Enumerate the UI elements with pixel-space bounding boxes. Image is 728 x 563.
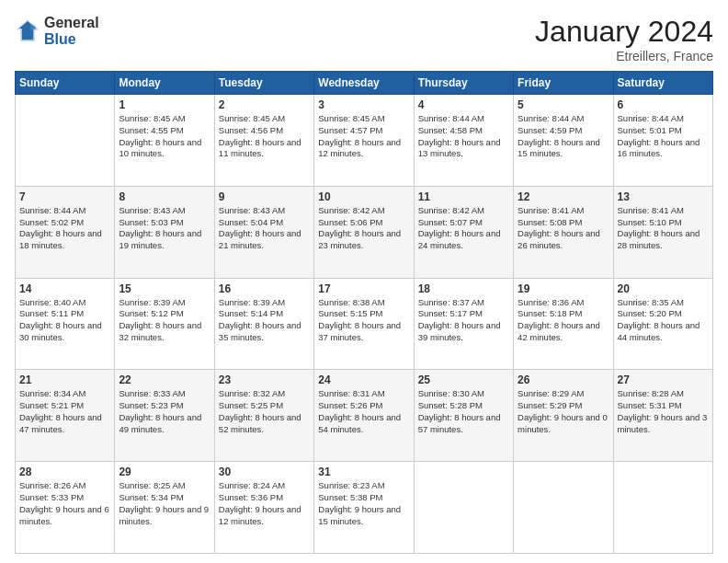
day-detail: Sunrise: 8:37 AMSunset: 5:17 PMDaylight:… bbox=[418, 297, 509, 344]
cell-w2-d2: 9Sunrise: 8:43 AMSunset: 5:04 PMDaylight… bbox=[214, 186, 313, 278]
day-detail: Sunrise: 8:42 AMSunset: 5:06 PMDaylight:… bbox=[318, 205, 409, 252]
day-detail: Sunrise: 8:32 AMSunset: 5:25 PMDaylight:… bbox=[219, 388, 310, 435]
cell-w4-d5: 26Sunrise: 8:29 AMSunset: 5:29 PMDayligh… bbox=[514, 370, 613, 462]
logo-general-text: General bbox=[44, 15, 99, 31]
day-number: 31 bbox=[318, 465, 409, 478]
cell-w5-d2: 30Sunrise: 8:24 AMSunset: 5:36 PMDayligh… bbox=[214, 462, 313, 554]
title-block: January 2024 Etreillers, France bbox=[535, 15, 713, 63]
week-row-5: 28Sunrise: 8:26 AMSunset: 5:33 PMDayligh… bbox=[16, 462, 713, 554]
day-detail: Sunrise: 8:36 AMSunset: 5:18 PMDaylight:… bbox=[518, 297, 609, 344]
cell-w1-d0 bbox=[16, 95, 115, 187]
day-detail: Sunrise: 8:31 AMSunset: 5:26 PMDaylight:… bbox=[318, 388, 409, 435]
header-row: Sunday Monday Tuesday Wednesday Thursday… bbox=[16, 72, 713, 95]
cell-w3-d3: 17Sunrise: 8:38 AMSunset: 5:15 PMDayligh… bbox=[314, 278, 414, 370]
logo-text: General Blue bbox=[44, 15, 99, 47]
day-detail: Sunrise: 8:26 AMSunset: 5:33 PMDaylight:… bbox=[19, 480, 110, 527]
cell-w2-d1: 8Sunrise: 8:43 AMSunset: 5:03 PMDaylight… bbox=[115, 186, 214, 278]
day-detail: Sunrise: 8:39 AMSunset: 5:12 PMDaylight:… bbox=[119, 297, 210, 344]
svg-marker-0 bbox=[17, 19, 40, 40]
day-detail: Sunrise: 8:43 AMSunset: 5:04 PMDaylight:… bbox=[219, 205, 310, 252]
cell-w3-d4: 18Sunrise: 8:37 AMSunset: 5:17 PMDayligh… bbox=[414, 278, 513, 370]
day-number: 14 bbox=[19, 282, 110, 295]
col-thursday: Thursday bbox=[414, 72, 513, 95]
cell-w3-d1: 15Sunrise: 8:39 AMSunset: 5:12 PMDayligh… bbox=[115, 278, 214, 370]
day-detail: Sunrise: 8:34 AMSunset: 5:21 PMDaylight:… bbox=[19, 388, 110, 435]
day-detail: Sunrise: 8:30 AMSunset: 5:28 PMDaylight:… bbox=[418, 388, 509, 435]
day-number: 3 bbox=[318, 98, 409, 111]
week-row-4: 21Sunrise: 8:34 AMSunset: 5:21 PMDayligh… bbox=[16, 370, 713, 462]
day-number: 5 bbox=[518, 98, 609, 111]
day-detail: Sunrise: 8:28 AMSunset: 5:31 PMDaylight:… bbox=[618, 388, 709, 435]
day-number: 27 bbox=[618, 373, 709, 386]
day-detail: Sunrise: 8:45 AMSunset: 4:56 PMDaylight:… bbox=[219, 113, 310, 160]
cell-w5-d1: 29Sunrise: 8:25 AMSunset: 5:34 PMDayligh… bbox=[115, 462, 214, 554]
col-tuesday: Tuesday bbox=[214, 72, 313, 95]
day-number: 10 bbox=[318, 190, 409, 203]
week-row-3: 14Sunrise: 8:40 AMSunset: 5:11 PMDayligh… bbox=[16, 278, 713, 370]
day-detail: Sunrise: 8:44 AMSunset: 5:02 PMDaylight:… bbox=[19, 205, 110, 252]
day-number: 13 bbox=[618, 190, 709, 203]
day-detail: Sunrise: 8:45 AMSunset: 4:57 PMDaylight:… bbox=[318, 113, 409, 160]
day-detail: Sunrise: 8:44 AMSunset: 4:58 PMDaylight:… bbox=[418, 113, 509, 160]
cell-w1-d6: 6Sunrise: 8:44 AMSunset: 5:01 PMDaylight… bbox=[613, 95, 712, 187]
col-saturday: Saturday bbox=[613, 72, 712, 95]
day-number: 21 bbox=[19, 373, 110, 386]
day-detail: Sunrise: 8:29 AMSunset: 5:29 PMDaylight:… bbox=[518, 388, 609, 435]
logo: General Blue bbox=[15, 15, 99, 47]
cell-w4-d0: 21Sunrise: 8:34 AMSunset: 5:21 PMDayligh… bbox=[16, 370, 115, 462]
day-number: 8 bbox=[119, 190, 210, 203]
day-number: 17 bbox=[318, 282, 409, 295]
col-wednesday: Wednesday bbox=[314, 72, 414, 95]
day-detail: Sunrise: 8:44 AMSunset: 5:01 PMDaylight:… bbox=[618, 113, 709, 160]
day-number: 12 bbox=[518, 190, 609, 203]
day-number: 26 bbox=[518, 373, 609, 386]
cell-w4-d2: 23Sunrise: 8:32 AMSunset: 5:25 PMDayligh… bbox=[214, 370, 313, 462]
day-number: 29 bbox=[119, 465, 210, 478]
cell-w1-d1: 1Sunrise: 8:45 AMSunset: 4:55 PMDaylight… bbox=[115, 95, 214, 187]
header: General Blue January 2024 Etreillers, Fr… bbox=[15, 15, 713, 63]
cell-w5-d6 bbox=[613, 462, 712, 554]
day-number: 19 bbox=[518, 282, 609, 295]
day-detail: Sunrise: 8:24 AMSunset: 5:36 PMDaylight:… bbox=[219, 480, 310, 527]
day-number: 11 bbox=[418, 190, 509, 203]
cell-w3-d6: 20Sunrise: 8:35 AMSunset: 5:20 PMDayligh… bbox=[613, 278, 712, 370]
cell-w3-d0: 14Sunrise: 8:40 AMSunset: 5:11 PMDayligh… bbox=[16, 278, 115, 370]
day-number: 4 bbox=[418, 98, 509, 111]
day-detail: Sunrise: 8:42 AMSunset: 5:07 PMDaylight:… bbox=[418, 205, 509, 252]
day-number: 7 bbox=[19, 190, 110, 203]
day-detail: Sunrise: 8:25 AMSunset: 5:34 PMDaylight:… bbox=[119, 480, 210, 527]
cell-w5-d5 bbox=[514, 462, 613, 554]
day-detail: Sunrise: 8:41 AMSunset: 5:08 PMDaylight:… bbox=[518, 205, 609, 252]
cell-w3-d5: 19Sunrise: 8:36 AMSunset: 5:18 PMDayligh… bbox=[514, 278, 613, 370]
cell-w4-d6: 27Sunrise: 8:28 AMSunset: 5:31 PMDayligh… bbox=[613, 370, 712, 462]
col-friday: Friday bbox=[514, 72, 613, 95]
cell-w2-d6: 13Sunrise: 8:41 AMSunset: 5:10 PMDayligh… bbox=[613, 186, 712, 278]
day-number: 24 bbox=[318, 373, 409, 386]
day-detail: Sunrise: 8:44 AMSunset: 4:59 PMDaylight:… bbox=[518, 113, 609, 160]
day-detail: Sunrise: 8:41 AMSunset: 5:10 PMDaylight:… bbox=[618, 205, 709, 252]
day-number: 2 bbox=[219, 98, 310, 111]
month-title: January 2024 bbox=[535, 15, 713, 49]
day-detail: Sunrise: 8:39 AMSunset: 5:14 PMDaylight:… bbox=[219, 297, 310, 344]
day-number: 6 bbox=[618, 98, 709, 111]
calendar-table: Sunday Monday Tuesday Wednesday Thursday… bbox=[15, 71, 713, 554]
cell-w4-d1: 22Sunrise: 8:33 AMSunset: 5:23 PMDayligh… bbox=[115, 370, 214, 462]
cell-w2-d0: 7Sunrise: 8:44 AMSunset: 5:02 PMDaylight… bbox=[16, 186, 115, 278]
cell-w2-d5: 12Sunrise: 8:41 AMSunset: 5:08 PMDayligh… bbox=[514, 186, 613, 278]
cell-w5-d0: 28Sunrise: 8:26 AMSunset: 5:33 PMDayligh… bbox=[16, 462, 115, 554]
day-number: 22 bbox=[119, 373, 210, 386]
col-monday: Monday bbox=[115, 72, 214, 95]
logo-icon bbox=[15, 18, 40, 44]
location-title: Etreillers, France bbox=[535, 49, 713, 63]
cell-w1-d2: 2Sunrise: 8:45 AMSunset: 4:56 PMDaylight… bbox=[214, 95, 313, 187]
day-detail: Sunrise: 8:35 AMSunset: 5:20 PMDaylight:… bbox=[618, 297, 709, 344]
week-row-2: 7Sunrise: 8:44 AMSunset: 5:02 PMDaylight… bbox=[16, 186, 713, 278]
cell-w4-d3: 24Sunrise: 8:31 AMSunset: 5:26 PMDayligh… bbox=[314, 370, 414, 462]
day-number: 25 bbox=[418, 373, 509, 386]
day-detail: Sunrise: 8:45 AMSunset: 4:55 PMDaylight:… bbox=[119, 113, 210, 160]
day-number: 18 bbox=[418, 282, 509, 295]
week-row-1: 1Sunrise: 8:45 AMSunset: 4:55 PMDaylight… bbox=[16, 95, 713, 187]
day-number: 9 bbox=[219, 190, 310, 203]
cell-w1-d3: 3Sunrise: 8:45 AMSunset: 4:57 PMDaylight… bbox=[314, 95, 414, 187]
day-detail: Sunrise: 8:38 AMSunset: 5:15 PMDaylight:… bbox=[318, 297, 409, 344]
